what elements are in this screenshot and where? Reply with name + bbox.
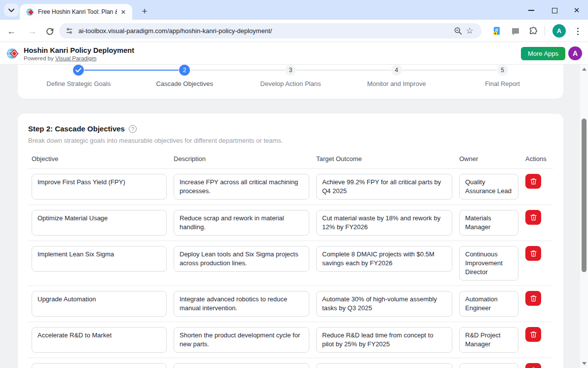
toolbar-divider <box>545 26 545 36</box>
docs-extension-button[interactable] <box>490 25 503 38</box>
kebab-menu-icon <box>577 27 579 36</box>
target-outcome-input[interactable]: Reduce R&D lead time from concept to pil… <box>316 327 452 353</box>
document-download-icon <box>492 26 502 36</box>
step2-card: Step 2: Cascade Objectives ? Break down … <box>18 114 563 368</box>
column-header-actions: Actions <box>525 155 545 163</box>
target-outcome-input[interactable] <box>316 363 452 368</box>
delete-row-button[interactable] <box>525 327 541 342</box>
table-header-row: Objective Description Target Outcome Own… <box>28 155 553 169</box>
zoom-out-icon <box>454 27 462 35</box>
scrollbar-up-arrow[interactable] <box>580 66 588 73</box>
target-outcome-input[interactable]: Complete 8 DMAIC projects with $0.5M sav… <box>316 246 452 272</box>
step-circle <box>73 65 84 76</box>
bookmark-star-button[interactable]: ☆ <box>464 25 476 37</box>
description-input[interactable]: Deploy Lean tools and Six Sigma projects… <box>174 246 309 272</box>
target-outcome-input[interactable]: Cut material waste by 18% and rework by … <box>316 210 452 236</box>
objectives-table: Objective Description Target Outcome Own… <box>28 155 553 368</box>
objective-row: Implement Lean Six Sigma Deploy Lean too… <box>28 241 553 286</box>
site-favicon <box>26 8 34 16</box>
page-scrollbar[interactable] <box>580 65 588 368</box>
description-input[interactable] <box>174 363 309 368</box>
visual-paradigm-link[interactable]: Visual Paradigm <box>55 55 97 61</box>
objective-row: Improve First Pass Yield (FPY) Increase … <box>28 169 553 205</box>
target-outcome-input[interactable]: Achieve 99.2% FPY for all critical parts… <box>316 174 452 200</box>
site-info-icon[interactable] <box>65 27 74 35</box>
trash-icon <box>530 295 537 302</box>
minimize-icon <box>528 10 534 11</box>
column-header-objective: Objective <box>32 155 167 163</box>
description-input[interactable]: Shorten the product development cycle fo… <box>174 327 309 353</box>
owner-input[interactable]: Quality Assurance Lead <box>459 174 518 200</box>
extensions-button[interactable] <box>527 25 540 38</box>
objective-input[interactable] <box>32 363 167 368</box>
step2-subtitle: Break down strategic goals into measurab… <box>28 137 553 144</box>
window-maximize-button[interactable] <box>547 5 562 16</box>
description-input[interactable]: Increase FPY across all critical machini… <box>174 174 309 200</box>
objective-input[interactable]: Improve First Pass Yield (FPY) <box>32 174 167 200</box>
visual-paradigm-logo <box>6 47 19 60</box>
delete-row-button[interactable] <box>525 291 541 306</box>
owner-input[interactable]: R&D Project Manager <box>459 327 518 353</box>
delete-row-button[interactable] <box>525 363 541 368</box>
comment-extension-button[interactable] <box>509 25 522 38</box>
delete-row-button[interactable] <box>525 246 541 261</box>
delete-row-button[interactable] <box>525 210 541 225</box>
trash-icon <box>530 178 537 185</box>
forward-button[interactable]: → <box>26 25 38 38</box>
objective-input[interactable]: Implement Lean Six Sigma <box>32 246 167 272</box>
stepper-connector <box>190 70 285 71</box>
owner-input[interactable]: Automation Engineer <box>459 291 518 317</box>
description-input[interactable]: Reduce scrap and rework in material hand… <box>174 210 309 236</box>
column-header-target-outcome: Target Outcome <box>316 155 452 163</box>
zoom-out-button[interactable] <box>452 25 464 37</box>
stepper-connector <box>403 70 497 71</box>
browser-menu-button[interactable] <box>571 25 584 38</box>
back-button[interactable]: ← <box>5 25 18 38</box>
objective-row: Upgrade Automation Integrate advanced ro… <box>28 286 553 322</box>
stepper-card: Define Strategic Goals 2 Cascade Objecti… <box>18 65 563 99</box>
column-header-description: Description <box>174 155 309 163</box>
step-circle: 2 <box>179 65 190 76</box>
tab-search-button[interactable] <box>4 3 19 17</box>
delete-row-button[interactable] <box>525 174 541 189</box>
app-title: Hoshin Kanri Policy Deployment <box>24 46 134 54</box>
window-minimize-button[interactable] <box>524 5 539 16</box>
stepper-connector <box>296 70 391 71</box>
browser-profile-avatar[interactable]: A <box>552 24 566 38</box>
owner-input[interactable] <box>459 363 518 368</box>
url-bar[interactable]: ai-toolbox.visual-paradigm.com/app/hoshi… <box>59 23 481 39</box>
new-tab-button[interactable]: + <box>138 5 151 18</box>
window-close-button[interactable]: ✕ <box>569 5 584 16</box>
step-label: Monitor and Improve <box>367 80 426 87</box>
app-user-avatar[interactable]: A <box>568 46 582 60</box>
browser-tab[interactable]: Free Hoshin Kanri Tool: Plan & E ✕ <box>20 4 132 20</box>
objective-input[interactable]: Accelerate R&D to Market <box>32 327 167 353</box>
chevron-down-icon <box>8 8 14 12</box>
owner-input[interactable]: Continuous Improvement Director <box>459 246 518 281</box>
step-label: Final Report <box>485 80 520 87</box>
owner-input[interactable]: Materials Manager <box>459 210 518 236</box>
url-text: ai-toolbox.visual-paradigm.com/app/hoshi… <box>78 27 452 35</box>
more-apps-button[interactable]: More Apps <box>521 47 565 60</box>
objective-input[interactable]: Upgrade Automation <box>32 291 167 317</box>
objective-row: Optimize Material Usage Reduce scrap and… <box>28 205 553 241</box>
step-label: Cascade Objectives <box>156 80 213 87</box>
step-circle: 5 <box>497 65 508 76</box>
trash-icon <box>530 250 537 257</box>
description-input[interactable]: Integrate advanced robotics to reduce ma… <box>174 291 309 317</box>
tab-close-icon[interactable]: ✕ <box>119 7 128 16</box>
step2-title: Step 2: Cascade Objectives <box>28 124 125 133</box>
browser-tab-bar: Free Hoshin Kanri Tool: Plan & E ✕ + ✕ <box>0 0 588 20</box>
reload-button[interactable] <box>43 25 56 38</box>
scrollbar-thumb[interactable] <box>582 119 587 272</box>
objective-row: Accelerate R&D to Market Shorten the pro… <box>28 322 553 358</box>
table-body: Improve First Pass Yield (FPY) Increase … <box>28 169 553 368</box>
trash-icon <box>530 214 537 221</box>
page-background: Define Strategic Goals 2 Cascade Objecti… <box>0 65 588 368</box>
objective-input[interactable]: Optimize Material Usage <box>32 210 167 236</box>
target-outcome-input[interactable]: Automate 30% of high-volume assembly tas… <box>316 291 452 317</box>
objective-row <box>28 358 553 368</box>
scrollbar-down-arrow[interactable] <box>580 360 588 367</box>
help-icon[interactable]: ? <box>129 125 137 133</box>
powered-by: Powered by Visual Paradigm <box>24 55 96 61</box>
